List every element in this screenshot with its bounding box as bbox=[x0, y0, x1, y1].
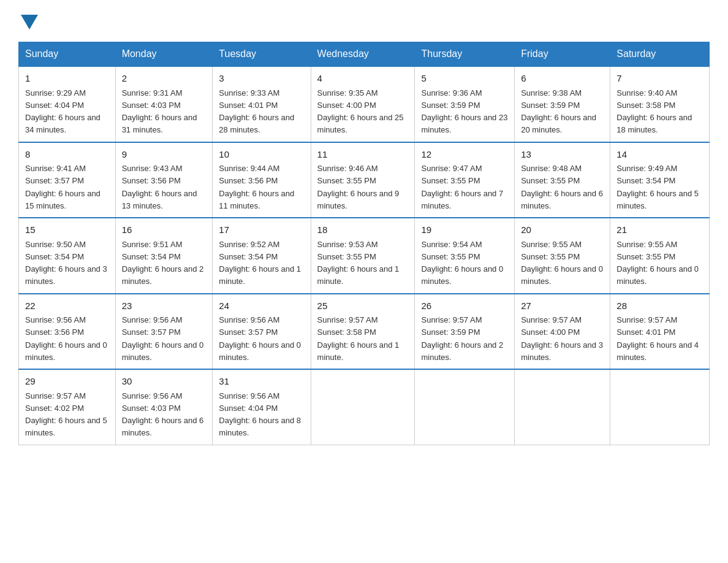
day-info: Sunrise: 9:57 AMSunset: 4:00 PMDaylight:… bbox=[521, 315, 603, 362]
calendar-cell: 5Sunrise: 9:36 AMSunset: 3:59 PMDaylight… bbox=[415, 66, 515, 142]
calendar-cell bbox=[415, 369, 515, 445]
day-number: 20 bbox=[521, 223, 604, 237]
day-number: 15 bbox=[25, 223, 109, 237]
day-number: 27 bbox=[521, 299, 604, 313]
calendar-cell: 27Sunrise: 9:57 AMSunset: 4:00 PMDayligh… bbox=[515, 294, 610, 370]
day-number: 11 bbox=[317, 148, 409, 162]
day-info: Sunrise: 9:48 AMSunset: 3:55 PMDaylight:… bbox=[521, 164, 603, 210]
logo-triangle-icon bbox=[21, 15, 38, 29]
day-info: Sunrise: 9:54 AMSunset: 3:55 PMDaylight:… bbox=[421, 240, 503, 286]
day-number: 29 bbox=[25, 375, 109, 389]
day-number: 9 bbox=[122, 148, 207, 162]
day-header-friday: Friday bbox=[515, 42, 610, 67]
day-number: 21 bbox=[616, 223, 703, 237]
day-info: Sunrise: 9:46 AMSunset: 3:55 PMDaylight:… bbox=[317, 164, 400, 210]
calendar-cell: 30Sunrise: 9:56 AMSunset: 4:03 PMDayligh… bbox=[115, 369, 213, 445]
day-number: 26 bbox=[421, 299, 508, 313]
day-number: 1 bbox=[25, 72, 109, 86]
day-info: Sunrise: 9:56 AMSunset: 4:04 PMDaylight:… bbox=[219, 391, 301, 438]
day-info: Sunrise: 9:53 AMSunset: 3:55 PMDaylight:… bbox=[317, 240, 400, 286]
day-info: Sunrise: 9:57 AMSunset: 3:59 PMDaylight:… bbox=[421, 315, 503, 362]
day-number: 7 bbox=[616, 72, 703, 86]
logo bbox=[18, 12, 38, 29]
calendar-cell: 20Sunrise: 9:55 AMSunset: 3:55 PMDayligh… bbox=[515, 218, 610, 294]
week-row-3: 15Sunrise: 9:50 AMSunset: 3:54 PMDayligh… bbox=[19, 218, 710, 294]
day-number: 14 bbox=[616, 148, 703, 162]
day-number: 12 bbox=[421, 148, 508, 162]
calendar-cell: 17Sunrise: 9:52 AMSunset: 3:54 PMDayligh… bbox=[213, 218, 311, 294]
week-row-5: 29Sunrise: 9:57 AMSunset: 4:02 PMDayligh… bbox=[19, 369, 710, 445]
day-number: 8 bbox=[25, 148, 109, 162]
day-info: Sunrise: 9:50 AMSunset: 3:54 PMDaylight:… bbox=[25, 240, 107, 286]
calendar-cell: 11Sunrise: 9:46 AMSunset: 3:55 PMDayligh… bbox=[311, 142, 415, 218]
day-info: Sunrise: 9:52 AMSunset: 3:54 PMDaylight:… bbox=[219, 240, 301, 286]
day-header-wednesday: Wednesday bbox=[311, 42, 415, 67]
calendar-cell: 22Sunrise: 9:56 AMSunset: 3:56 PMDayligh… bbox=[19, 294, 116, 370]
calendar-cell: 6Sunrise: 9:38 AMSunset: 3:59 PMDaylight… bbox=[515, 66, 610, 142]
week-row-2: 8Sunrise: 9:41 AMSunset: 3:57 PMDaylight… bbox=[19, 142, 710, 218]
day-header-monday: Monday bbox=[115, 42, 213, 67]
calendar-cell: 29Sunrise: 9:57 AMSunset: 4:02 PMDayligh… bbox=[19, 369, 116, 445]
calendar-cell: 1Sunrise: 9:29 AMSunset: 4:04 PMDaylight… bbox=[19, 66, 116, 142]
calendar-cell: 3Sunrise: 9:33 AMSunset: 4:01 PMDaylight… bbox=[213, 66, 311, 142]
calendar-table: SundayMondayTuesdayWednesdayThursdayFrid… bbox=[18, 42, 710, 445]
day-header-thursday: Thursday bbox=[415, 42, 515, 67]
day-info: Sunrise: 9:55 AMSunset: 3:55 PMDaylight:… bbox=[616, 240, 699, 286]
calendar-cell: 13Sunrise: 9:48 AMSunset: 3:55 PMDayligh… bbox=[515, 142, 610, 218]
calendar-cell: 14Sunrise: 9:49 AMSunset: 3:54 PMDayligh… bbox=[610, 142, 710, 218]
days-header-row: SundayMondayTuesdayWednesdayThursdayFrid… bbox=[19, 42, 710, 67]
day-info: Sunrise: 9:56 AMSunset: 4:03 PMDaylight:… bbox=[122, 391, 204, 438]
day-number: 16 bbox=[122, 223, 207, 237]
calendar-cell: 21Sunrise: 9:55 AMSunset: 3:55 PMDayligh… bbox=[610, 218, 710, 294]
week-row-4: 22Sunrise: 9:56 AMSunset: 3:56 PMDayligh… bbox=[19, 294, 710, 370]
day-info: Sunrise: 9:56 AMSunset: 3:57 PMDaylight:… bbox=[122, 315, 204, 362]
calendar-cell: 28Sunrise: 9:57 AMSunset: 4:01 PMDayligh… bbox=[610, 294, 710, 370]
day-number: 13 bbox=[521, 148, 604, 162]
day-number: 28 bbox=[616, 299, 703, 313]
calendar-cell bbox=[311, 369, 415, 445]
calendar-cell bbox=[610, 369, 710, 445]
day-number: 6 bbox=[521, 72, 604, 86]
day-number: 25 bbox=[317, 299, 409, 313]
day-number: 24 bbox=[219, 299, 304, 313]
day-info: Sunrise: 9:33 AMSunset: 4:01 PMDaylight:… bbox=[219, 88, 294, 135]
day-number: 3 bbox=[219, 72, 304, 86]
calendar-cell: 31Sunrise: 9:56 AMSunset: 4:04 PMDayligh… bbox=[213, 369, 311, 445]
day-info: Sunrise: 9:38 AMSunset: 3:59 PMDaylight:… bbox=[521, 88, 596, 135]
day-number: 5 bbox=[421, 72, 508, 86]
calendar-cell: 4Sunrise: 9:35 AMSunset: 4:00 PMDaylight… bbox=[311, 66, 415, 142]
day-info: Sunrise: 9:47 AMSunset: 3:55 PMDaylight:… bbox=[421, 164, 503, 210]
day-info: Sunrise: 9:56 AMSunset: 3:57 PMDaylight:… bbox=[219, 315, 301, 362]
day-number: 4 bbox=[317, 72, 409, 86]
calendar-cell: 24Sunrise: 9:56 AMSunset: 3:57 PMDayligh… bbox=[213, 294, 311, 370]
day-info: Sunrise: 9:41 AMSunset: 3:57 PMDaylight:… bbox=[25, 164, 100, 210]
day-info: Sunrise: 9:31 AMSunset: 4:03 PMDaylight:… bbox=[122, 88, 197, 135]
day-number: 22 bbox=[25, 299, 109, 313]
day-info: Sunrise: 9:55 AMSunset: 3:55 PMDaylight:… bbox=[521, 240, 603, 286]
day-number: 19 bbox=[421, 223, 508, 237]
calendar-cell: 9Sunrise: 9:43 AMSunset: 3:56 PMDaylight… bbox=[115, 142, 213, 218]
day-info: Sunrise: 9:57 AMSunset: 3:58 PMDaylight:… bbox=[317, 315, 400, 362]
day-header-saturday: Saturday bbox=[610, 42, 710, 67]
day-number: 30 bbox=[122, 375, 207, 389]
day-number: 17 bbox=[219, 223, 304, 237]
calendar-cell: 18Sunrise: 9:53 AMSunset: 3:55 PMDayligh… bbox=[311, 218, 415, 294]
day-info: Sunrise: 9:40 AMSunset: 3:58 PMDaylight:… bbox=[616, 88, 692, 135]
calendar-cell: 10Sunrise: 9:44 AMSunset: 3:56 PMDayligh… bbox=[213, 142, 311, 218]
day-number: 10 bbox=[219, 148, 304, 162]
day-info: Sunrise: 9:36 AMSunset: 3:59 PMDaylight:… bbox=[421, 88, 507, 135]
day-info: Sunrise: 9:57 AMSunset: 4:01 PMDaylight:… bbox=[616, 315, 699, 362]
day-info: Sunrise: 9:43 AMSunset: 3:56 PMDaylight:… bbox=[122, 164, 197, 210]
calendar-cell: 16Sunrise: 9:51 AMSunset: 3:54 PMDayligh… bbox=[115, 218, 213, 294]
calendar-cell: 23Sunrise: 9:56 AMSunset: 3:57 PMDayligh… bbox=[115, 294, 213, 370]
day-info: Sunrise: 9:35 AMSunset: 4:00 PMDaylight:… bbox=[317, 88, 404, 135]
calendar-cell: 12Sunrise: 9:47 AMSunset: 3:55 PMDayligh… bbox=[415, 142, 515, 218]
day-number: 2 bbox=[122, 72, 207, 86]
calendar-cell: 7Sunrise: 9:40 AMSunset: 3:58 PMDaylight… bbox=[610, 66, 710, 142]
day-number: 31 bbox=[219, 375, 304, 389]
day-info: Sunrise: 9:51 AMSunset: 3:54 PMDaylight:… bbox=[122, 240, 204, 286]
week-row-1: 1Sunrise: 9:29 AMSunset: 4:04 PMDaylight… bbox=[19, 66, 710, 142]
day-info: Sunrise: 9:44 AMSunset: 3:56 PMDaylight:… bbox=[219, 164, 294, 210]
calendar-cell: 15Sunrise: 9:50 AMSunset: 3:54 PMDayligh… bbox=[19, 218, 116, 294]
calendar-cell: 8Sunrise: 9:41 AMSunset: 3:57 PMDaylight… bbox=[19, 142, 116, 218]
